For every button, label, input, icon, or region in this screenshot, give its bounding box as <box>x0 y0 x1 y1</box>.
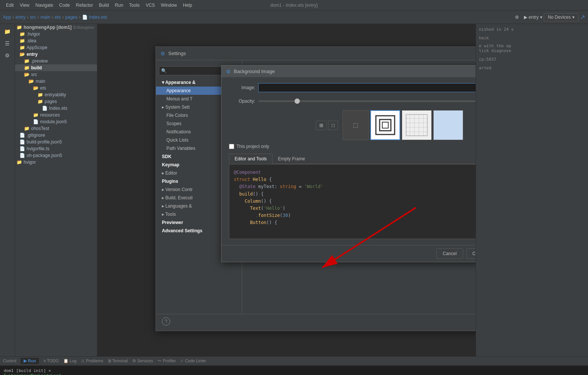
tab-empty-frame[interactable]: Empty Frame <box>272 154 311 164</box>
bc-sep1: › <box>12 15 14 20</box>
right-line-5: e with the ap <box>479 43 585 48</box>
tree-entryability[interactable]: 📁entryability <box>15 91 97 98</box>
toolbar-ets[interactable]: ets <box>55 15 61 20</box>
tree-ohostest[interactable]: 📁ohosTest <box>15 125 97 132</box>
thumb-square <box>370 110 400 140</box>
tree-build-profile[interactable]: 📄build-profile.json5 <box>15 139 97 145</box>
svg-rect-5 <box>406 115 427 136</box>
tree-idea[interactable]: 📁.idea <box>15 37 97 44</box>
sidebar-folder-btn[interactable]: 📁 <box>2 26 13 37</box>
bottom-tabs: Control ▶ Run ≡ TODO 📋 Log ⚠ Problems ⊞ … <box>0 357 588 366</box>
tab-profiler[interactable]: 〜 Profiler <box>157 358 176 364</box>
tree-index-ets[interactable]: 📄Index.ets <box>15 105 97 112</box>
tree-preview[interactable]: 📁.preview <box>15 58 97 64</box>
tree-hvigorfile[interactable]: 📄hvigorfile.ts <box>15 145 97 152</box>
tab-todo[interactable]: ≡ TODO <box>43 359 59 363</box>
sidebar-structure-btn[interactable]: ☰ <box>2 38 13 49</box>
project-only-checkbox[interactable] <box>229 144 234 149</box>
help-btn[interactable]: ? <box>162 317 170 326</box>
menu-window[interactable]: Window <box>158 2 180 9</box>
bc-sep5: › <box>62 15 64 20</box>
menu-help[interactable]: Help <box>180 2 195 9</box>
code-line-7: .fontSize(30) <box>234 212 476 219</box>
tree-hvigor[interactable]: 📁.hvigor <box>15 31 97 37</box>
tab-run[interactable]: ▶ Run <box>21 358 39 364</box>
opacity-slider[interactable] <box>258 100 476 102</box>
tree-module-json[interactable]: 📄module.json5 <box>15 118 97 125</box>
main-layout: 📁 ☰ ⚙ 📁 hongmengApp [dom1] D:\hongmer 📁.… <box>0 24 588 356</box>
tab-services[interactable]: ⚙ Services <box>132 359 153 363</box>
preview-thumbnails: □ <box>343 110 463 140</box>
code-line-3: @State myText: string = 'World' <box>234 183 476 190</box>
tree-build[interactable]: 📁build <box>15 64 97 71</box>
tree-gitignore[interactable]: 📄.gitignore <box>15 132 97 139</box>
dialog-tabs: Editor and Tools Empty Frame <box>229 154 476 164</box>
tree-project-root[interactable]: 📁 hongmengApp [dom1] D:\hongmer <box>15 24 97 31</box>
tree-src[interactable]: 📂src <box>15 71 97 78</box>
sidebar-settings-btn[interactable]: ⚙ <box>2 50 13 61</box>
run-config-dropdown[interactable]: ▶ entry ▾ <box>524 15 542 20</box>
bg-clear-close-btn[interactable]: Clear and Close <box>466 248 476 259</box>
tree-main[interactable]: 📂main <box>15 78 97 85</box>
layout-split-btn[interactable]: ⊞ <box>316 121 327 130</box>
bc-sep6: › <box>79 15 81 20</box>
toolbar-file[interactable]: 📄 Index.ets <box>82 15 107 20</box>
tab-problems[interactable]: ⚠ Problems <box>81 359 103 363</box>
expand-icon[interactable]: ↗ <box>580 13 585 21</box>
devices-dropdown[interactable]: No Devices ▾ <box>544 13 579 21</box>
toolbar-project[interactable]: App <box>3 15 11 20</box>
tree-hvigor-root[interactable]: 📁hvigor <box>15 159 97 166</box>
tree-pages[interactable]: 📁pages <box>15 98 97 105</box>
toolbar-pages[interactable]: pages <box>65 15 78 20</box>
tab-control[interactable]: Control <box>3 359 16 363</box>
tab-log[interactable]: 📋 Log <box>63 359 76 363</box>
image-input[interactable] <box>258 83 476 92</box>
menu-run[interactable]: Run <box>112 2 126 9</box>
log-line-1: dom1 [build init] × <box>4 368 584 373</box>
app-title: dom1 - Index.ets [entry] <box>270 3 317 8</box>
code-line-8: Button() { <box>234 219 476 226</box>
menu-view[interactable]: View <box>17 2 33 9</box>
thumb-grid <box>402 110 432 140</box>
bg-image-dialog: ⚙ Background Image ✕ Image: ▾ ... Opacit… <box>221 65 476 262</box>
bc-sep4: › <box>52 15 53 20</box>
menu-refactor[interactable]: Refactor <box>73 2 96 9</box>
menu-code[interactable]: Code <box>56 2 73 9</box>
layout-btns: ⊞ □ <box>316 121 338 130</box>
tree-entry[interactable]: 📂entry <box>15 51 97 58</box>
tab-terminal[interactable]: ⊞ Terminal <box>108 359 128 363</box>
code-preview: @Component struct Hello { @State myText:… <box>229 164 476 239</box>
thumb-blank: □ <box>343 110 369 140</box>
bottom-panel-output: dom1 [build init] × E:\hongmengNpm\node\… <box>0 366 588 375</box>
menu-build[interactable]: Build <box>96 2 112 9</box>
menu-navigate[interactable]: Navigate <box>32 2 56 9</box>
tree-appscope[interactable]: 📁AppScope <box>15 44 97 51</box>
toolbar-entry[interactable]: entry <box>15 15 25 20</box>
search-icon: 🔍 <box>161 68 167 73</box>
devices-label: No Devices <box>548 15 571 20</box>
menu-vcs[interactable]: VCS <box>143 2 158 9</box>
right-line-3: heck <box>479 36 585 40</box>
settings-titlebar: ⚙ Settings ✕ <box>156 47 476 60</box>
code-line-2: struct Hello { <box>234 176 476 183</box>
toolbar-src[interactable]: src <box>30 15 36 20</box>
svg-rect-2 <box>382 122 388 128</box>
bottom-panel-wrapper: Control ▶ Run ≡ TODO 📋 Log ⚠ Problems ⊞ … <box>0 356 588 375</box>
code-line-4: build() { <box>234 191 476 198</box>
file-tree-sidebar: 📁 hongmengApp [dom1] D:\hongmer 📁.hvigor… <box>15 24 97 356</box>
menu-edit[interactable]: Edit <box>3 2 17 9</box>
gear-btn[interactable]: ⚙ <box>512 13 522 21</box>
tab-codelinter[interactable]: ✓ Code Linter <box>180 359 206 363</box>
layout-single-btn[interactable]: □ <box>328 121 338 130</box>
right-panel-content: nished in 24 s heck e with the ap lick d… <box>479 27 585 70</box>
tree-oh-package[interactable]: 📄oh-package.json5 <box>15 152 97 159</box>
menu-tools[interactable]: Tools <box>126 2 143 9</box>
tree-ets[interactable]: 📂ets <box>15 85 97 91</box>
thumb-blue <box>433 110 463 140</box>
tree-resources[interactable]: 📁resources <box>15 112 97 118</box>
bg-dialog-footer: Cancel Clear and Close OK <box>221 245 476 262</box>
toolbar-main[interactable]: main <box>40 15 50 20</box>
tab-editor-tools[interactable]: Editor and Tools <box>229 154 272 164</box>
bg-cancel-btn[interactable]: Cancel <box>436 248 463 259</box>
toolbar: App › entry › src › main › ets › pages ›… <box>0 10 588 24</box>
